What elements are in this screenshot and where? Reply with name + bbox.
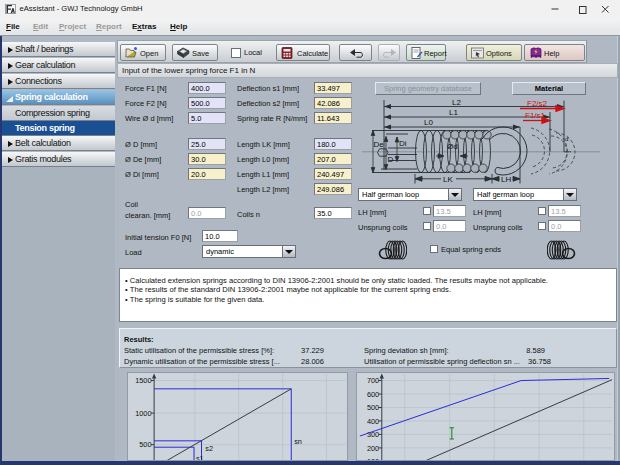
svg-text:d: d bbox=[565, 136, 568, 142]
svg-text:700: 700 bbox=[367, 376, 379, 385]
svg-text:F2/s2: F2/s2 bbox=[527, 99, 548, 108]
svg-text:1000: 1000 bbox=[135, 409, 151, 418]
svg-text:L0: L0 bbox=[424, 118, 433, 127]
svg-text:L1: L1 bbox=[449, 108, 458, 117]
svg-text:Di: Di bbox=[399, 139, 407, 148]
svg-text:L2: L2 bbox=[452, 98, 461, 107]
svg-text:400: 400 bbox=[367, 417, 379, 426]
svg-text:500: 500 bbox=[367, 403, 379, 412]
svg-text:200: 200 bbox=[367, 444, 379, 453]
svg-text:s1: s1 bbox=[196, 454, 204, 461]
svg-text:F1/s1: F1/s1 bbox=[525, 111, 546, 120]
svg-text:De: De bbox=[374, 140, 385, 149]
svg-text:500: 500 bbox=[139, 440, 151, 449]
svg-text:D: D bbox=[388, 155, 394, 164]
svg-text:LH: LH bbox=[501, 175, 511, 184]
svg-text:1500: 1500 bbox=[135, 376, 151, 385]
svg-text:Ød: Ød bbox=[447, 142, 458, 151]
svg-text:600: 600 bbox=[367, 390, 379, 399]
svg-text:sn: sn bbox=[294, 437, 302, 446]
svg-text:LK: LK bbox=[443, 175, 453, 184]
svg-text:s2: s2 bbox=[205, 444, 213, 453]
svg-text:100: 100 bbox=[367, 457, 379, 461]
